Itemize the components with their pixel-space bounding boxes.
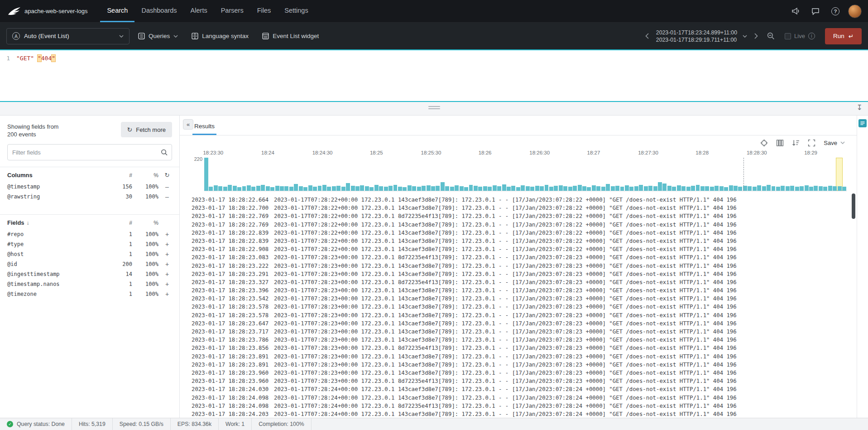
histogram-bar[interactable] [563,186,567,191]
histogram-bar[interactable] [691,186,695,191]
histogram-bar[interactable] [615,186,619,191]
histogram-bar[interactable] [455,185,459,191]
histogram-bar[interactable] [204,158,208,191]
inspect-panel-icon[interactable] [858,119,867,127]
histogram-bar[interactable] [313,187,317,191]
histogram-bar[interactable] [805,185,809,191]
histogram-bar[interactable] [559,185,563,191]
histogram-bar[interactable] [270,187,274,191]
histogram-bar[interactable] [686,187,691,191]
histogram-bar[interactable] [497,186,501,191]
histogram-bar[interactable] [469,185,473,191]
histogram-bar[interactable] [606,184,610,191]
feedback-chat-icon[interactable] [808,4,823,19]
histogram-bar[interactable] [757,185,761,191]
histogram-bar[interactable] [464,187,468,191]
remove-field-icon[interactable]: – [158,183,176,190]
fetch-more-button[interactable]: ↻ Fetch more [121,122,172,137]
histogram-bar[interactable] [762,186,766,191]
add-field-icon[interactable]: + [158,231,176,238]
histogram-bar[interactable] [488,187,492,191]
histogram-bar[interactable] [403,187,407,191]
histogram-bar[interactable] [223,187,227,191]
histogram-bar[interactable] [327,187,331,191]
histogram-bar[interactable] [681,186,686,191]
histogram-bar[interactable] [318,186,322,191]
histogram-bar[interactable] [592,185,596,191]
field-row[interactable]: @host1100%+ [7,249,176,259]
inspect-crosshair-icon[interactable] [760,139,768,147]
histogram-bar[interactable] [516,187,520,191]
histogram-bar[interactable] [644,186,648,191]
histogram-bar[interactable] [483,186,487,191]
time-shift-forward-icon[interactable] [753,31,760,41]
histogram-bar[interactable] [587,187,591,191]
histogram-bar[interactable] [662,184,667,191]
event-row[interactable]: 2023-01-17 18:28:23.2222023-01-17T07:28:… [192,262,857,270]
collapse-sidebar-button[interactable]: « [183,119,193,130]
histogram-bar[interactable] [625,185,629,191]
splitter-drag-handle[interactable] [428,106,440,109]
histogram-bar[interactable] [819,186,823,191]
save-button[interactable]: Save [824,140,845,146]
event-row[interactable]: 2023-01-17 18:28:22.9082023-01-17T07:28:… [192,245,857,253]
histogram-bar[interactable] [261,185,265,191]
histogram-bar[interactable] [280,186,284,191]
nav-tab-files[interactable]: Files [250,0,278,22]
event-row[interactable]: 2023-01-17 18:28:23.2912023-01-17T07:28:… [192,270,857,278]
histogram-bar[interactable] [809,187,813,191]
histogram-bar[interactable] [214,185,218,191]
nav-tab-alerts[interactable]: Alerts [184,0,214,22]
event-row[interactable]: 2023-01-17 18:28:24.0982023-01-17T07:28:… [192,394,857,402]
add-field-icon[interactable]: + [158,241,176,248]
histogram-bar[interactable] [393,185,398,191]
event-row[interactable]: 2023-01-17 18:28:22.6642023-01-17T07:28:… [192,196,857,204]
histogram-bar[interactable] [620,187,624,191]
histogram-bar[interactable] [724,187,728,191]
histogram-bar[interactable] [611,186,615,191]
add-field-icon[interactable]: + [158,251,176,258]
histogram-bar[interactable] [573,186,577,191]
nav-tab-parsers[interactable]: Parsers [214,0,250,22]
falcon-logo-icon[interactable] [6,5,22,18]
event-row[interactable]: 2023-01-17 18:28:23.3272023-01-17T07:28:… [192,278,857,286]
histogram-bar[interactable] [417,187,421,191]
histogram-bar[interactable] [790,186,794,191]
histogram-bar[interactable] [776,187,780,191]
histogram-bar[interactable] [299,186,303,191]
histogram-bar[interactable] [398,187,402,191]
event-row[interactable]: 2023-01-17 18:28:24.0302023-01-17T07:28:… [192,385,857,393]
histogram-bar[interactable] [341,187,345,191]
histogram-bar[interactable] [346,183,350,191]
language-syntax-button[interactable]: Language syntax [187,28,254,44]
histogram-bar[interactable] [634,186,638,191]
histogram-bar[interactable] [729,185,733,191]
histogram-bar[interactable] [653,186,657,191]
histogram-bar[interactable] [511,186,515,191]
histogram-bar[interactable] [237,187,241,191]
zoom-out-icon[interactable] [765,30,777,42]
histogram-bar[interactable] [748,186,752,191]
histogram-bar[interactable] [828,186,832,191]
histogram-bar[interactable] [781,186,785,191]
add-field-icon[interactable]: + [158,261,176,268]
query-editor[interactable]: 1 "GET" "404" [0,49,868,102]
histogram-bar[interactable] [842,187,846,191]
event-row[interactable]: 2023-01-17 18:28:24.0982023-01-17T07:28:… [192,402,857,410]
add-field-icon[interactable]: + [158,280,176,288]
histogram-bar[interactable] [502,184,506,191]
histogram-bar[interactable] [772,186,776,191]
histogram-bar[interactable] [233,186,237,191]
field-row[interactable]: @timestamp156100%– [7,182,176,192]
nav-tab-dashboards[interactable]: Dashboards [134,0,183,22]
histogram-bar[interactable] [526,186,530,191]
event-row[interactable]: 2023-01-17 18:28:23.9602023-01-17T07:28:… [192,377,857,385]
field-row[interactable]: @timestamp.nanos1100%+ [7,279,176,289]
histogram-bar[interactable] [332,186,336,191]
histogram-bar[interactable] [218,186,222,191]
histogram-bar[interactable] [535,186,539,191]
field-row[interactable]: @ingesttimestamp14100%+ [7,269,176,279]
histogram-bar[interactable] [422,186,426,191]
histogram-bar[interactable] [436,186,440,191]
histogram-bar[interactable] [322,185,326,191]
